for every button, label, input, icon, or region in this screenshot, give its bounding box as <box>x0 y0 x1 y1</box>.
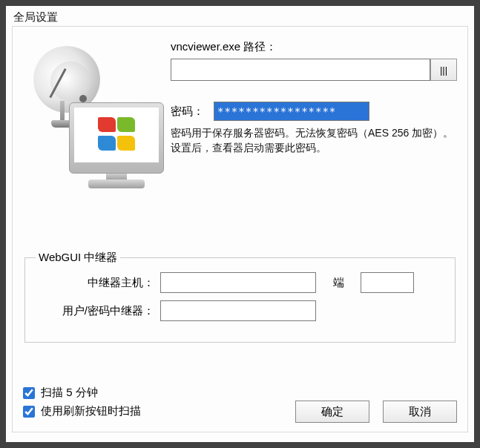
dialog-title: 全局设置 <box>6 6 474 26</box>
satellite-monitor-icon <box>29 43 162 191</box>
repeater-port-input[interactable] <box>361 272 414 293</box>
scan-5min-checkbox[interactable] <box>23 387 35 399</box>
scan-5min-row[interactable]: 扫描 5 分钟 <box>23 386 457 400</box>
repeater-userpass-label: 用户/密码中继器： <box>36 304 160 318</box>
vncviewer-path-input[interactable] <box>171 59 430 81</box>
password-input[interactable] <box>214 102 369 121</box>
illustration <box>23 40 168 191</box>
ok-button[interactable]: 确定 <box>295 401 369 423</box>
main-panel: vncviewer.exe 路径： ||| 密码： 密码用于保存服务器密码。无法… <box>12 26 468 432</box>
repeater-userpass-input[interactable] <box>160 300 316 321</box>
webgui-repeater-group: WebGUI 中继器 中继器主机： 端 用户/密码中继器： <box>24 251 456 343</box>
repeater-host-label: 中继器主机： <box>36 276 160 290</box>
password-hint: 密码用于保存服务器密码。无法恢复密码（AES 256 加密）。 设置后，查看器启… <box>171 125 457 156</box>
repeater-host-input[interactable] <box>160 272 316 293</box>
dialog-window: 全局设置 <box>0 0 480 448</box>
scan-5min-label: 扫描 5 分钟 <box>41 386 98 400</box>
browse-button[interactable]: ||| <box>430 59 457 81</box>
vncviewer-path-label: vncviewer.exe 路径： <box>171 40 457 54</box>
repeater-port-label: 端 <box>316 276 361 290</box>
scan-on-refresh-checkbox[interactable] <box>23 406 35 418</box>
password-label: 密码： <box>171 105 214 119</box>
cancel-button[interactable]: 取消 <box>383 401 457 423</box>
webgui-repeater-legend: WebGUI 中继器 <box>36 251 120 265</box>
scan-on-refresh-label: 使用刷新按钮时扫描 <box>41 404 141 418</box>
